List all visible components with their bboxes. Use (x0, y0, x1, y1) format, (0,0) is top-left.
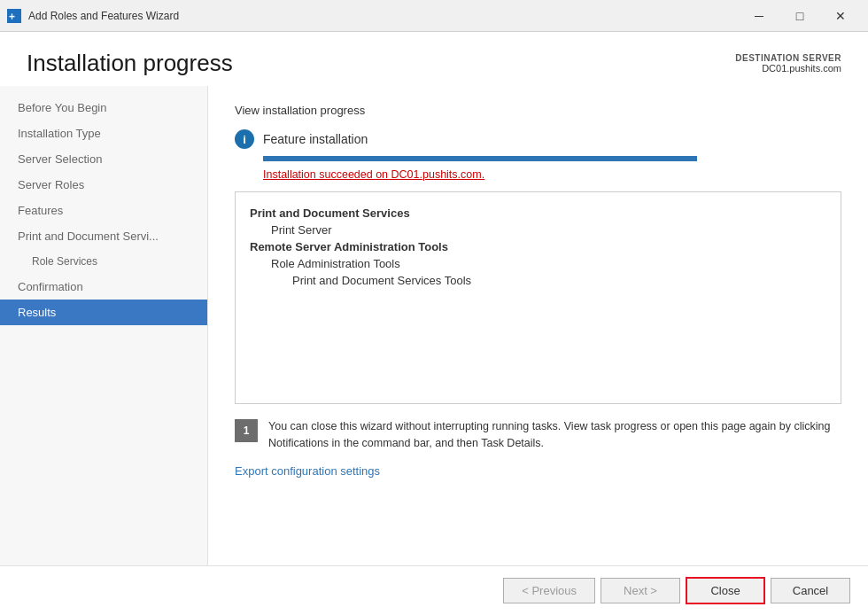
progress-container (263, 156, 841, 161)
sidebar-item-confirmation[interactable]: Confirmation (0, 274, 207, 300)
wizard-body: Installation progress DESTINATION SERVER… (0, 32, 868, 615)
detail-item-2: Remote Server Administration Tools (250, 240, 826, 253)
sidebar-item-role-services[interactable]: Role Services (0, 249, 207, 274)
svg-text:+: + (9, 11, 15, 23)
wizard-footer: < Previous Next > Close Cancel (0, 565, 868, 615)
window-controls: ─ □ ✕ (739, 0, 861, 32)
sidebar-item-results[interactable]: Results (0, 300, 207, 325)
sidebar: Before You Begin Installation Type Serve… (0, 86, 208, 565)
detail-item-1: Print Server (250, 223, 826, 237)
next-button[interactable]: Next > (601, 578, 680, 603)
close-window-icon: ✕ (835, 9, 846, 23)
detail-item-4: Print and Document Services Tools (250, 274, 826, 287)
title-bar-left: + Add Roles and Features Wizard (7, 9, 179, 23)
sidebar-item-installation-type[interactable]: Installation Type (0, 121, 207, 146)
success-text: Installation succeeded on DC01.pushits.c… (263, 168, 841, 181)
title-bar: + Add Roles and Features Wizard ─ □ ✕ (0, 0, 868, 32)
progress-bar-background (263, 156, 697, 161)
previous-button[interactable]: < Previous (503, 578, 595, 603)
cancel-button[interactable]: Cancel (771, 578, 850, 603)
section-title: View installation progress (235, 104, 841, 117)
maximize-icon: □ (796, 9, 803, 23)
notification-text: You can close this wizard without interr… (268, 418, 841, 452)
info-icon: i (235, 129, 254, 149)
minimize-button[interactable]: ─ (739, 0, 779, 32)
notification-bar: 1 You can close this wizard without inte… (235, 418, 841, 452)
notification-badge: 1 (235, 419, 258, 442)
progress-bar-fill (263, 156, 697, 161)
feature-install-row: i Feature installation (235, 129, 841, 149)
wizard-header: Installation progress DESTINATION SERVER… (0, 32, 868, 86)
app-icon: + (7, 9, 21, 23)
export-link[interactable]: Export configuration settings (235, 464, 380, 478)
details-box: Print and Document Services Print Server… (235, 191, 841, 404)
sidebar-item-server-roles[interactable]: Server Roles (0, 172, 207, 198)
minimize-icon: ─ (755, 9, 763, 23)
detail-item-3: Role Administration Tools (250, 257, 826, 270)
destination-server-info: DESTINATION SERVER DC01.pushits.com (735, 53, 841, 74)
sidebar-item-print-doc[interactable]: Print and Document Servi... (0, 223, 207, 249)
sidebar-item-before-you-begin[interactable]: Before You Begin (0, 95, 207, 121)
close-button[interactable]: Close (686, 577, 765, 604)
main-panel: View installation progress i Feature ins… (208, 86, 868, 565)
close-window-button[interactable]: ✕ (820, 0, 861, 32)
window-title: Add Roles and Features Wizard (28, 10, 179, 22)
maximize-button[interactable]: □ (779, 0, 820, 32)
feature-install-label: Feature installation (263, 132, 368, 146)
detail-item-0: Print and Document Services (250, 206, 826, 220)
sidebar-item-features[interactable]: Features (0, 198, 207, 223)
server-name: DC01.pushits.com (735, 63, 841, 74)
sidebar-item-server-selection[interactable]: Server Selection (0, 146, 207, 172)
wizard-content: Before You Begin Installation Type Serve… (0, 86, 868, 565)
destination-label: DESTINATION SERVER (735, 53, 841, 63)
page-title: Installation progress (27, 50, 233, 77)
